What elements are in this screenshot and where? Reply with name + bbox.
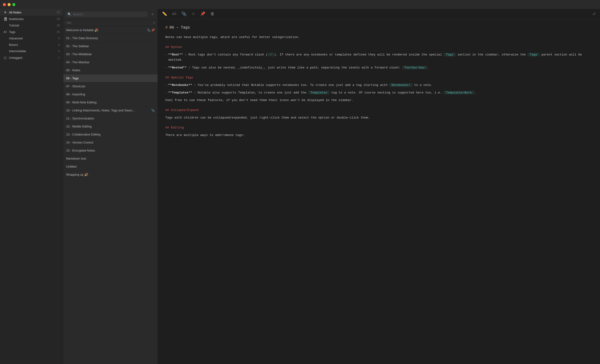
main-layout: ≡ All Notes 19 📓 Notebooks 18 Tutorial 1… — [0, 9, 600, 364]
edit-button[interactable]: ✏️ — [161, 10, 168, 17]
note-item-14[interactable]: 14 - Version Control — [63, 138, 158, 146]
note-item-02[interactable]: 02 - The Sidebar — [63, 42, 158, 50]
note-item-12[interactable]: 12 - Mobile Editing — [63, 123, 158, 131]
minimize-button[interactable] — [8, 3, 11, 6]
sidebar-item-advanced[interactable]: Advanced 5 — [0, 35, 63, 42]
pin-button[interactable]: 📌 — [199, 10, 206, 17]
bold-nested: **Nested** — [168, 66, 187, 69]
bullet-notebooks-content: **Notebooks** : You've probably noticed … — [168, 83, 433, 88]
note-item-untitled[interactable]: Untitled — [63, 163, 158, 171]
heading-syntax: ## Syntax — [165, 45, 592, 50]
traffic-lights — [3, 3, 15, 6]
editor-content: # 06 – Tags Notes can have multiple tags… — [158, 19, 600, 364]
search-input[interactable] — [73, 12, 146, 16]
note-icons-10: 📎 — [151, 109, 155, 112]
bullet-templates: – **Templates** : Notable also supports … — [165, 90, 592, 95]
editor-area: ✏️ 🏷 📎 ☆ 📌 🗑 ⤢ # 06 – Tags Notes can hav… — [158, 9, 600, 364]
trash-button[interactable]: 🗑 — [209, 11, 216, 17]
note-item-01[interactable]: 01 - The Data Directory — [63, 34, 158, 42]
bullet-nested-content: **Nested** : Tags can also be nested, _i… — [168, 65, 429, 70]
note-item-04[interactable]: 04 - The Mainbar — [63, 58, 158, 66]
sidebar-count-basics: 6 — [58, 43, 60, 46]
note-item-08[interactable]: 08 - Importing — [63, 91, 158, 99]
export-button[interactable]: ⤢ — [591, 10, 597, 17]
note-item-10[interactable]: 10 - Linking Attachments, Notes, Tags an… — [63, 107, 158, 115]
sidebar-count-notebooks: 18 — [57, 17, 60, 20]
note-item-07[interactable]: 07 - Shortcuts — [63, 82, 158, 91]
note-item-09[interactable]: 09 - Multi-Note Editing — [63, 99, 158, 107]
note-icons-welcome: 📎 📌 — [147, 28, 155, 32]
sidebar-item-notebooks[interactable]: 📓 Notebooks 18 — [0, 16, 63, 22]
note-title-15: 15 - Encrypted Notes — [66, 149, 155, 152]
note-title-display: 06 – Tags — [170, 25, 190, 31]
tags-icon: 🏷 — [3, 30, 7, 34]
sidebar-count-intermediate: 4 — [58, 50, 60, 53]
dash-notebooks: – — [165, 83, 167, 88]
note-title-markdown: Markdown test — [66, 157, 155, 160]
note-title-10: 10 - Linking Attachments, Notes, Tags an… — [66, 109, 149, 112]
notes-list: 🔍 ＋ Title ▾ Welcome to Notable 🎉 📎 📌 01 … — [63, 9, 158, 364]
tag-button[interactable]: 🏷 — [171, 11, 177, 17]
note-item-15[interactable]: 15 - Encrypted Notes — [63, 146, 158, 155]
note-item-wrapping[interactable]: Wrapping up 🎉 — [63, 171, 158, 179]
bullet-root-content: **Root** : Root tags don't contain any f… — [168, 52, 592, 63]
note-title-14: 14 - Version Control — [66, 141, 155, 144]
sidebar-label-basics: Basics — [9, 43, 56, 46]
close-button[interactable] — [3, 3, 6, 6]
bullet-nested: – **Nested** : Tags can also be nested, … — [165, 65, 592, 70]
new-note-button[interactable]: ＋ — [150, 11, 155, 18]
sort-icon[interactable]: ▾ — [153, 21, 155, 25]
note-item-welcome[interactable]: Welcome to Notable 🎉 📎 📌 — [63, 26, 158, 34]
sidebar-label-advanced: Advanced — [9, 36, 56, 40]
dash-root: – — [165, 52, 167, 63]
sidebar-item-intermediate[interactable]: Intermediate 4 — [0, 48, 63, 54]
note-title-04: 04 - The Mainbar — [66, 60, 155, 64]
note-item-03[interactable]: 03 - The Middlebar — [63, 50, 158, 58]
sidebar-label-notebooks: Notebooks — [9, 17, 55, 21]
note-title-02: 02 - The Sidebar — [66, 44, 155, 48]
star-button[interactable]: ☆ — [191, 10, 196, 17]
note-item-05[interactable]: 05 - Notes — [63, 66, 158, 74]
note-header-line: # 06 – Tags — [165, 25, 592, 31]
sidebar-item-basics[interactable]: Basics 6 — [0, 42, 63, 48]
bold-templates: **Templates** — [168, 91, 192, 94]
sidebar-label-untagged: Untagged — [9, 56, 56, 59]
sidebar-item-all-notes[interactable]: ≡ All Notes 19 — [0, 9, 63, 16]
content-intro: Notes can have multiple tags, which are … — [165, 35, 592, 40]
content-free: Feel free to use these features, if you … — [165, 98, 592, 103]
heading-collapse: ## Collapse/Expand — [165, 108, 592, 113]
titlebar — [0, 0, 600, 9]
maximize-button[interactable] — [12, 3, 15, 6]
note-title-05: 05 - Notes — [66, 68, 155, 72]
note-title-06: 06 - Tags — [66, 76, 155, 80]
sidebar-label-tutorial: Tutorial — [9, 24, 55, 27]
search-icon: 🔍 — [67, 12, 71, 16]
note-title-13: 13 - Collaborative Editing — [66, 133, 155, 136]
heading-editing: ## Editing — [165, 125, 592, 130]
bold-root: **Root** — [168, 53, 183, 56]
all-notes-icon: ≡ — [3, 10, 7, 14]
sidebar-item-tags[interactable]: 🏷 Tags 15 — [0, 28, 63, 35]
search-container[interactable]: 🔍 — [66, 12, 148, 17]
sidebar-count-tags: 15 — [57, 30, 60, 34]
bullet-notebooks: – **Notebooks** : You've probably notice… — [165, 83, 592, 88]
note-title-09: 09 - Multi-Note Editing — [66, 100, 155, 104]
content-collapse: Tags with children can be collapsed/expa… — [165, 115, 592, 120]
note-title-07: 07 - Shortcuts — [66, 84, 155, 88]
sidebar-item-tutorial[interactable]: Tutorial 18 — [0, 22, 63, 28]
sidebar-count-tutorial: 18 — [57, 24, 60, 27]
attachment-button[interactable]: 📎 — [180, 10, 187, 17]
sidebar-item-untagged[interactable]: ◻ Untagged 1 — [0, 54, 63, 61]
dash-templates: – — [165, 90, 167, 95]
note-item-13[interactable]: 13 - Collaborative Editing — [63, 131, 158, 138]
note-header-icon: # — [165, 25, 168, 31]
note-item-06[interactable]: 06 - Tags — [63, 74, 158, 82]
notes-header-title: Title — [66, 21, 153, 25]
search-bar: 🔍 ＋ — [63, 9, 158, 20]
note-title-11: 11 - Synchronization — [66, 117, 155, 120]
untagged-icon: ◻ — [3, 56, 7, 59]
note-item-markdown[interactable]: Markdown test — [63, 155, 158, 163]
notes-list-scroll[interactable]: Welcome to Notable 🎉 📎 📌 01 - The Data D… — [63, 26, 158, 364]
note-item-11[interactable]: 11 - Synchronization — [63, 115, 158, 123]
bold-notebooks: **Notebooks** — [168, 83, 192, 87]
